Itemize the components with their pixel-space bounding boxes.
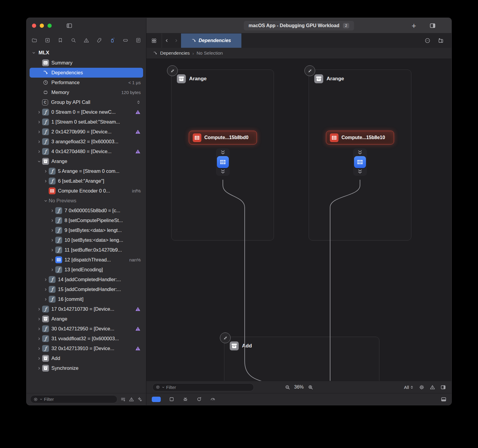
breakpoint-navigator-icon[interactable] xyxy=(122,37,128,43)
collapse-group-icon[interactable] xyxy=(220,332,231,343)
debug-bug-icon[interactable] xyxy=(183,396,188,402)
double-chevron-down-icon[interactable] xyxy=(357,150,363,155)
project-navigator-icon[interactable] xyxy=(31,37,37,43)
disclosure-right-icon[interactable] xyxy=(36,357,42,360)
close-button[interactable] xyxy=(32,24,36,28)
sparkle-filter-icon[interactable] xyxy=(137,397,143,402)
tree-row[interactable]: ƒ3 arangefloat32 = [0x600003... xyxy=(30,137,143,147)
back-icon[interactable] xyxy=(162,33,171,48)
fullscreen-button[interactable] xyxy=(48,24,52,28)
tree-row[interactable]: ƒ13 [endEncoding] xyxy=(30,265,143,275)
disclosure-down-icon[interactable] xyxy=(36,160,42,163)
disclosure-right-icon[interactable] xyxy=(36,120,42,124)
sidebar-item-group-by-api-call[interactable]: CGroup by API Call xyxy=(30,97,143,107)
disclosure-right-icon[interactable] xyxy=(49,258,55,262)
view-mode-active-button[interactable] xyxy=(152,397,161,402)
issue-navigator-icon[interactable] xyxy=(83,37,89,43)
tree-row[interactable]: ƒ16 [commit] xyxy=(30,294,143,304)
collapse-group-icon[interactable] xyxy=(304,65,315,76)
add-editor-icon[interactable] xyxy=(438,38,444,44)
runtime-issue-icon[interactable] xyxy=(135,346,141,351)
show-issues-icon[interactable] xyxy=(129,397,134,402)
tree-row[interactable]: ƒ1 [Stream 0 setLabel:"Stream... xyxy=(30,117,143,127)
more-options-icon[interactable] xyxy=(425,38,430,44)
resource-node[interactable] xyxy=(353,148,367,176)
disclosure-right-icon[interactable] xyxy=(49,229,55,232)
disclosure-right-icon[interactable] xyxy=(43,298,49,301)
resource-node[interactable] xyxy=(216,148,230,176)
tree-row[interactable]: ƒ32 0x142713910 = [Device... xyxy=(30,344,143,353)
group-add[interactable]: Add xyxy=(224,337,379,381)
disclosure-right-icon[interactable] xyxy=(36,130,42,134)
disclosure-right-icon[interactable] xyxy=(43,179,49,183)
tree-row[interactable]: ƒ15 [addCompletedHandler:... xyxy=(30,284,143,294)
disclosure-right-icon[interactable] xyxy=(43,288,49,291)
tree-row[interactable]: 12 [dispatchThread...nan% xyxy=(30,255,143,265)
tree-row[interactable]: ƒ10 [setBytes:<data> leng... xyxy=(30,235,143,245)
zoom-level[interactable]: 36% xyxy=(294,384,304,390)
settings-gear-icon[interactable] xyxy=(419,384,425,390)
breadcrumb-dependencies[interactable]: Dependencies xyxy=(160,50,190,56)
double-chevron-down-icon[interactable] xyxy=(220,150,226,155)
find-navigator-icon[interactable] xyxy=(71,37,76,43)
tree-root-mlx[interactable]: MLX xyxy=(27,48,146,58)
tree-row[interactable]: Arange xyxy=(30,156,143,166)
disclosure-right-icon[interactable] xyxy=(36,347,42,350)
test-navigator-icon[interactable] xyxy=(96,37,102,43)
tree-row[interactable]: Add xyxy=(30,353,143,363)
disclosure-right-icon[interactable] xyxy=(43,278,49,281)
tree-row[interactable]: ƒ6 [setLabel:"Arange"] xyxy=(30,176,143,186)
disclosure-right-icon[interactable] xyxy=(49,248,55,252)
toggle-panel-icon[interactable] xyxy=(440,384,446,390)
scope-filter-dropdown[interactable]: All xyxy=(404,385,414,390)
forward-icon[interactable] xyxy=(171,33,181,48)
runtime-issue-icon[interactable] xyxy=(135,129,141,135)
disclosure-right-icon[interactable] xyxy=(49,238,55,242)
runtime-issue-icon[interactable] xyxy=(135,306,141,312)
zoom-in-icon[interactable] xyxy=(308,384,313,390)
tree-row[interactable]: Arange xyxy=(30,314,143,324)
sidebar-item-dependencies[interactable]: Dependencies xyxy=(30,68,143,78)
disclosure-right-icon[interactable] xyxy=(49,209,55,213)
disclosure-right-icon[interactable] xyxy=(49,219,55,222)
symbol-navigator-icon[interactable] xyxy=(45,37,50,43)
disclosure-right-icon[interactable] xyxy=(36,337,42,341)
tree-row[interactable]: ƒ4 0x14270d480 = [Device... xyxy=(30,147,143,156)
tree-row[interactable]: ƒ8 [setComputePipelineSt... xyxy=(30,215,143,225)
disclosure-right-icon[interactable] xyxy=(36,367,42,370)
double-chevron-down-icon[interactable] xyxy=(220,169,226,174)
tree-row[interactable]: ƒ9 [setBytes:<data> lengt... xyxy=(30,225,143,235)
debug-navigator-icon[interactable] xyxy=(109,37,115,43)
tree-row[interactable]: ƒ17 0x142710730 = [Device... xyxy=(30,304,143,314)
tree-row[interactable]: ƒ14 [addCompletedHandler:... xyxy=(30,275,143,284)
tree-row[interactable]: No Previews xyxy=(30,196,143,206)
runtime-issue-icon[interactable] xyxy=(135,109,141,115)
canvas-filter-input[interactable]: Filter xyxy=(152,383,254,391)
graph-canvas[interactable]: Arange Arange Add Compute...15b8bd0 Comp… xyxy=(146,59,451,381)
sidebar-filter-input[interactable]: Filter xyxy=(30,395,117,403)
disclosure-right-icon[interactable] xyxy=(36,317,42,321)
issues-warning-icon[interactable] xyxy=(430,384,435,390)
window-title-pill[interactable]: macOS App - Debugging GPU Workload 2 xyxy=(244,21,354,30)
disclosure-down-icon[interactable] xyxy=(31,51,37,55)
tree-row[interactable]: ƒ11 [setBuffer:0x14270b9... xyxy=(30,245,143,255)
tab-dependencies[interactable]: Dependencies xyxy=(181,33,241,48)
sidebar-item-performance[interactable]: Performance< 1 µs xyxy=(30,78,143,87)
buffer-grid-icon[interactable] xyxy=(354,156,366,168)
toggle-sidebar-icon[interactable] xyxy=(66,22,73,29)
refresh-icon[interactable] xyxy=(196,396,202,402)
disclosure-down-icon[interactable] xyxy=(43,199,49,203)
disclosure-right-icon[interactable] xyxy=(36,307,42,311)
tree-row[interactable]: ƒ7 0x6000015b8bd0 = [c... xyxy=(30,206,143,215)
double-chevron-down-icon[interactable] xyxy=(357,169,363,174)
disclosure-right-icon[interactable] xyxy=(43,170,49,173)
disclosure-right-icon[interactable] xyxy=(49,268,55,272)
tree-row[interactable]: ƒ5 Arange = [Stream 0 com... xyxy=(30,166,143,176)
sort-toggle-icon[interactable] xyxy=(136,100,141,104)
collapse-group-icon[interactable] xyxy=(167,65,178,76)
tree-row[interactable]: ƒ0 Stream 0 = [Device newC... xyxy=(30,107,143,117)
toggle-bottom-panel-icon[interactable] xyxy=(441,396,447,402)
disclosure-right-icon[interactable] xyxy=(36,327,42,331)
tree-row[interactable]: Compute Encoder 0 0...inf% xyxy=(30,186,143,196)
runtime-issue-icon[interactable] xyxy=(135,149,141,154)
